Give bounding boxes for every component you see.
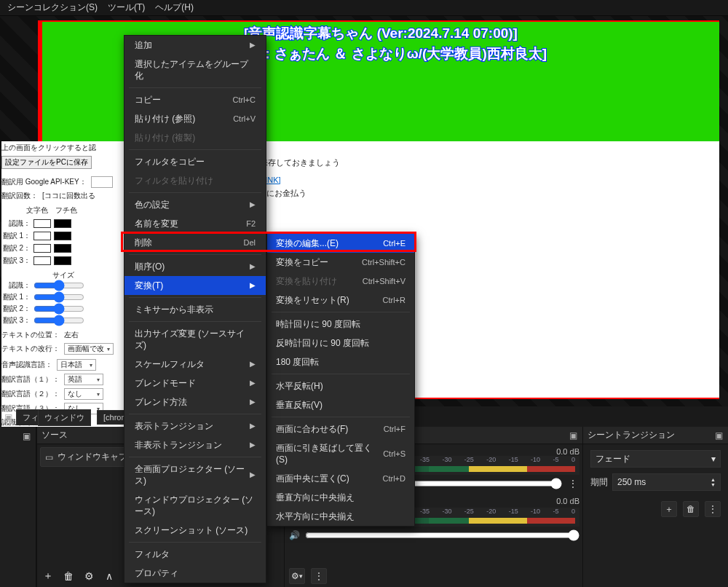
tr1-text-color[interactable] <box>33 232 51 240</box>
tr3-text-color[interactable] <box>33 256 51 265</box>
speaker-icon[interactable]: 🔊 <box>288 530 301 540</box>
separator <box>272 312 410 312</box>
tab-window[interactable]: ウィンドウ <box>38 409 91 426</box>
ctx-copy-filters[interactable]: フィルタをコピー <box>124 152 266 171</box>
ctx-hide-mixer[interactable]: ミキサーから非表示 <box>124 300 266 319</box>
ctx-show-transition[interactable]: 表示トランジション▶ <box>124 417 266 436</box>
lang-tr1-label: 翻訳言語（１）： <box>1 374 60 385</box>
chevron-right-icon: ▶ <box>250 199 256 210</box>
ctx-order[interactable]: 順序(O)▶ <box>124 257 266 276</box>
transitions-popout-icon[interactable]: ▣ <box>713 430 724 441</box>
api-key-input[interactable] <box>91 176 113 188</box>
count-hint: [ココに回数出る <box>42 191 95 201</box>
ctx-resize-output[interactable]: 出力サイズ変更 (ソースサイズ) <box>124 324 266 355</box>
sub-edit-transform[interactable]: 変換の編集...(E)Ctrl+E <box>267 234 414 253</box>
ctx-blend-mode[interactable]: ブレンドモード▶ <box>124 374 266 393</box>
tr1-outline-color[interactable] <box>54 232 71 240</box>
ctx-remove[interactable]: 削除Del <box>124 233 266 252</box>
transitions-title: シーントランジション <box>587 429 675 441</box>
ctx-paste-ref[interactable]: 貼り付け (参照)Ctrl+V <box>124 109 266 128</box>
size-tr3-label: 翻訳 3： <box>1 315 31 326</box>
tick: -30 <box>442 456 451 463</box>
channel-2-volume-slider[interactable] <box>305 529 579 541</box>
mixer-popout-icon[interactable]: ▣ <box>568 430 578 441</box>
ctx-add[interactable]: 追加▶ <box>124 36 266 55</box>
scenes-popout-icon[interactable]: ▣ <box>21 431 31 441</box>
tr2-text-color[interactable] <box>33 244 51 253</box>
chevron-right-icon: ▶ <box>250 469 256 481</box>
ctx-rename[interactable]: 名前を変更F2 <box>124 214 266 233</box>
wrap-select[interactable]: 画面幅で改▾ <box>64 343 114 355</box>
sub-center-screen[interactable]: 画面中央に置く(C)Ctrl+D <box>267 469 414 488</box>
chevron-right-icon: ▶ <box>250 420 256 432</box>
ctx-hide-transition[interactable]: 非表示トランジション▶ <box>124 436 266 454</box>
sub-center-horizontal[interactable]: 水平方向に中央揃え <box>267 507 414 526</box>
duration-input[interactable]: 250 ms ▲▼ <box>612 473 721 491</box>
sub-reset-transform[interactable]: 変換をリセット(R)Ctrl+R <box>267 291 414 310</box>
sub-rotate-ccw[interactable]: 反時計回りに 90 度回転 <box>267 334 414 352</box>
save-settings-button[interactable]: 設定ファイルをPCに保存 <box>1 156 92 169</box>
recog-outline-color[interactable] <box>54 219 71 228</box>
size-tr3-slider[interactable] <box>33 317 84 324</box>
add-transition-button[interactable]: ＋ <box>661 501 677 517</box>
size-tr2-slider[interactable] <box>33 305 84 312</box>
ctx-fullscreen-proj[interactable]: 全画面プロジェクター (ソース)▶ <box>124 460 266 490</box>
tick: -20 <box>486 508 496 515</box>
sub-flip-v[interactable]: 垂直反転(V) <box>267 395 414 414</box>
sub-rotate-180[interactable]: 180 度回転 <box>267 352 414 371</box>
channel-1-options-button[interactable]: ⋮ <box>566 478 579 489</box>
remove-transition-button[interactable]: 🗑 <box>683 501 699 517</box>
ctx-transform[interactable]: 変換(T)▶ <box>124 276 266 295</box>
source-settings-button[interactable]: ⚙ <box>81 568 97 584</box>
ctx-label: 180 度回転 <box>276 356 319 368</box>
mixer-more-button[interactable]: ⋮ <box>311 568 327 584</box>
spinner-icon[interactable]: ▲▼ <box>711 477 716 487</box>
ctx-label: 時計回りに 90 度回転 <box>276 318 360 330</box>
remove-source-button[interactable]: 🗑 <box>60 568 76 584</box>
ctx-window-proj[interactable]: ウィンドウプロジェクター (ソース) <box>124 490 266 521</box>
ctx-color[interactable]: 色の設定▶ <box>124 195 266 214</box>
menu-help[interactable]: ヘルプ(H) <box>151 0 198 15</box>
ctx-scale-filter[interactable]: スケールフィルタ▶ <box>124 355 266 374</box>
ctx-group[interactable]: 選択したアイテムをグループ化 <box>124 55 266 85</box>
doc-hint-left: 上の画面をクリックすると認 <box>1 143 125 153</box>
mixer-settings-button[interactable]: ⚙▾ <box>289 568 305 584</box>
add-source-button[interactable]: ＋ <box>40 568 56 584</box>
ctx-screenshot[interactable]: スクリーンショット (ソース) <box>124 521 266 540</box>
transition-type-select[interactable]: フェード ▾ <box>590 450 721 468</box>
sub-rotate-cw[interactable]: 時計回りに 90 度回転 <box>267 315 414 334</box>
sub-center-vertical[interactable]: 垂直方向に中央揃え <box>267 488 414 507</box>
tr3-outline-color[interactable] <box>54 256 71 265</box>
ctx-label: 順序(O) <box>135 261 165 272</box>
size-tr1-slider[interactable] <box>33 294 84 301</box>
separator <box>129 87 261 88</box>
recog-text-color[interactable] <box>33 219 51 228</box>
size-recog-label: 認識： <box>1 280 31 291</box>
move-up-button[interactable]: ∧ <box>101 568 117 584</box>
tick: -25 <box>464 456 474 463</box>
ctx-label: コピー <box>135 94 161 106</box>
lang-tr1-select[interactable]: 英語▾ <box>64 374 103 385</box>
sub-copy-transform[interactable]: 変換をコピーCtrl+Shift+C <box>267 253 414 272</box>
separator <box>129 254 261 255</box>
sub-flip-h[interactable]: 水平反転(H) <box>267 377 414 395</box>
tick: -5 <box>553 456 558 463</box>
sub-fit-screen[interactable]: 画面に合わせる(F)Ctrl+F <box>267 419 414 438</box>
shortcut: Ctrl+D <box>383 473 405 484</box>
popout-icon[interactable]: ▣ <box>3 412 13 422</box>
ctx-copy[interactable]: コピーCtrl+C <box>124 90 266 109</box>
lang-recog-select[interactable]: 日本語▾ <box>57 359 96 371</box>
ctx-properties[interactable]: プロパティ <box>124 564 266 583</box>
tr2-outline-color[interactable] <box>54 244 71 253</box>
lang-tr2-select[interactable]: なし▾ <box>64 388 103 400</box>
ctx-filters[interactable]: フィルタ <box>124 545 266 564</box>
menu-tools[interactable]: ツール(T) <box>103 0 149 15</box>
transition-more-button[interactable]: ⋮ <box>705 501 721 517</box>
ctx-label: フィルタをコピー <box>135 156 205 168</box>
separator <box>129 192 261 193</box>
menu-scene-collection[interactable]: シーンコレクション(S) <box>3 0 102 15</box>
sub-stretch-screen[interactable]: 画面に引き延ばして置く(S)Ctrl+S <box>267 438 414 469</box>
size-recog-slider[interactable] <box>33 282 84 289</box>
count-label: 翻訳回数： <box>1 191 38 201</box>
ctx-blend-method[interactable]: ブレンド方法▶ <box>124 393 266 411</box>
